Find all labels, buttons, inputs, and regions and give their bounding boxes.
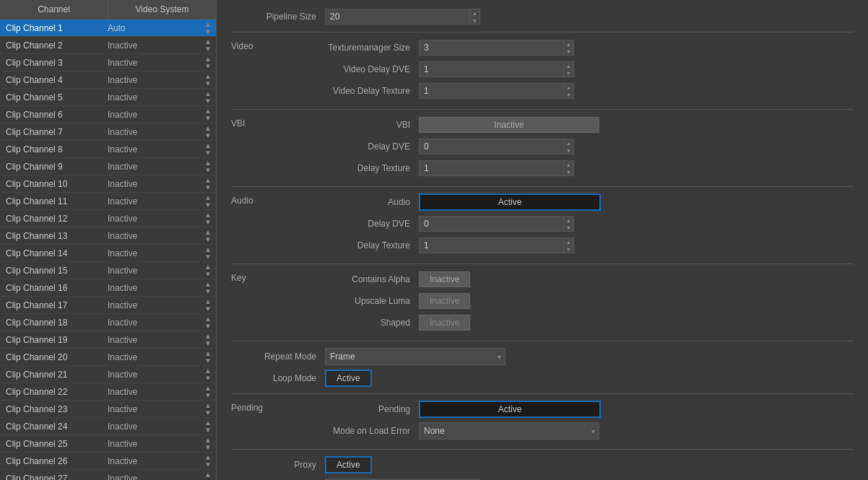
- loop-mode-button[interactable]: Active: [325, 370, 372, 387]
- channel-spinner[interactable]: ▲▼: [203, 281, 213, 295]
- channel-spinner[interactable]: ▲▼: [203, 471, 213, 481]
- vbi-delay-dve-input[interactable]: [419, 139, 563, 154]
- channel-spinner[interactable]: ▲▼: [203, 385, 213, 399]
- channel-row[interactable]: Clip Channel 2Inactive▲▼: [0, 37, 216, 54]
- channel-row[interactable]: Clip Channel 9Inactive▲▼: [0, 158, 216, 175]
- channel-spinner[interactable]: ▲▼: [203, 108, 213, 122]
- pending-toggle-button[interactable]: Active: [419, 401, 601, 418]
- channel-row[interactable]: Clip Channel 15Inactive▲▼: [0, 262, 216, 279]
- channel-row[interactable]: Clip Channel 25Inactive▲▼: [0, 435, 216, 453]
- channel-spinner[interactable]: ▲▼: [203, 246, 213, 261]
- channel-spinner[interactable]: ▲▼: [203, 21, 213, 35]
- channel-row[interactable]: Clip Channel 11Inactive▲▼: [0, 193, 216, 210]
- channel-spinner[interactable]: ▲▼: [203, 125, 213, 139]
- mode-on-load-error-select-wrap: None Stop Loop: [419, 422, 599, 440]
- channel-status-text: Inactive: [108, 439, 137, 449]
- vbi-delay-dve-up[interactable]: ▲: [564, 139, 573, 147]
- channel-row[interactable]: Clip Channel 20Inactive▲▼: [0, 349, 216, 366]
- channel-spinner[interactable]: ▲▼: [203, 315, 213, 330]
- channel-row[interactable]: Clip Channel 7Inactive▲▼: [0, 123, 216, 141]
- audio-delay-dve-down[interactable]: ▼: [564, 224, 573, 231]
- channel-row[interactable]: Clip Channel 22Inactive▲▼: [0, 383, 216, 401]
- channel-spinner[interactable]: ▲▼: [203, 211, 213, 226]
- channel-spinner[interactable]: ▲▼: [203, 333, 213, 347]
- channel-spinner[interactable]: ▲▼: [203, 90, 213, 105]
- channel-spinner[interactable]: ▲▼: [203, 454, 213, 468]
- channel-status: Inactive▲▼: [105, 350, 216, 365]
- contains-alpha-button[interactable]: Inactive: [419, 271, 470, 287]
- channel-status: Inactive▲▼: [105, 160, 216, 174]
- channel-spinner[interactable]: ▲▼: [203, 38, 213, 53]
- vbi-toggle-button[interactable]: Inactive: [419, 117, 599, 133]
- channel-spinner[interactable]: ▲▼: [203, 419, 213, 434]
- upscale-luma-label: Upscale Luma: [325, 296, 419, 306]
- mode-on-load-error-select[interactable]: None Stop Loop: [419, 422, 599, 440]
- channel-row[interactable]: Clip Channel 1Auto▲▼: [0, 19, 216, 37]
- vbi-delay-dve-spinner: ▲ ▼: [563, 139, 574, 154]
- channel-row[interactable]: Clip Channel 6Inactive▲▼: [0, 106, 216, 123]
- channel-row[interactable]: Clip Channel 5Inactive▲▼: [0, 89, 216, 106]
- channel-spinner[interactable]: ▲▼: [203, 437, 213, 451]
- audio-delay-dve-input[interactable]: [419, 216, 563, 232]
- pipeline-size-up[interactable]: ▲: [470, 9, 479, 17]
- channel-spinner[interactable]: ▲▼: [203, 350, 213, 365]
- audio-delay-texture-input[interactable]: [419, 237, 563, 253]
- channel-row[interactable]: Clip Channel 10Inactive▲▼: [0, 175, 216, 193]
- channel-spinner[interactable]: ▲▼: [203, 298, 213, 313]
- video-delay-dve-up[interactable]: ▲: [564, 62, 573, 69]
- upscale-luma-button[interactable]: Inactive: [419, 293, 470, 309]
- audio-toggle-button[interactable]: Active: [419, 193, 601, 211]
- channel-spinner[interactable]: ▲▼: [203, 56, 213, 70]
- texturemgr-input[interactable]: [419, 40, 563, 56]
- video-delay-texture-up[interactable]: ▲: [564, 84, 573, 91]
- video-delay-texture-down[interactable]: ▼: [564, 91, 573, 98]
- pipeline-size-input[interactable]: [325, 9, 469, 25]
- channel-spinner[interactable]: ▲▼: [203, 263, 213, 278]
- proxy-button[interactable]: Active: [325, 456, 372, 474]
- channel-row[interactable]: Clip Channel 17Inactive▲▼: [0, 297, 216, 314]
- channel-spinner[interactable]: ▲▼: [203, 402, 213, 416]
- channel-row[interactable]: Clip Channel 13Inactive▲▼: [0, 227, 216, 245]
- channel-spinner[interactable]: ▲▼: [203, 73, 213, 87]
- vbi-delay-texture-input[interactable]: [419, 160, 563, 176]
- vbi-delay-dve-down[interactable]: ▼: [564, 147, 573, 154]
- channel-row[interactable]: Clip Channel 26Inactive▲▼: [0, 453, 216, 470]
- channel-spinner[interactable]: ▲▼: [203, 177, 213, 191]
- channel-row[interactable]: Clip Channel 24Inactive▲▼: [0, 418, 216, 435]
- vbi-delay-texture-down[interactable]: ▼: [564, 168, 573, 175]
- texturemgr-up[interactable]: ▲: [564, 40, 573, 48]
- channel-row[interactable]: Clip Channel 3Inactive▲▼: [0, 54, 216, 71]
- channel-status: Inactive▲▼: [105, 419, 216, 434]
- vbi-fields: VBI Inactive Delay DVE ▲ ▼ Delay Texture: [325, 115, 854, 180]
- channel-spinner[interactable]: ▲▼: [203, 229, 213, 243]
- channel-row[interactable]: Clip Channel 12Inactive▲▼: [0, 210, 216, 227]
- channel-row[interactable]: Clip Channel 19Inactive▲▼: [0, 331, 216, 349]
- channel-row[interactable]: Clip Channel 8Inactive▲▼: [0, 141, 216, 158]
- video-delay-texture-input[interactable]: [419, 83, 563, 99]
- shaped-button[interactable]: Inactive: [419, 315, 470, 331]
- channel-spinner[interactable]: ▲▼: [203, 160, 213, 174]
- video-delay-dve-input[interactable]: [419, 61, 563, 77]
- channel-row[interactable]: Clip Channel 21Inactive▲▼: [0, 366, 216, 383]
- vbi-delay-texture-up[interactable]: ▲: [564, 161, 573, 168]
- repeat-mode-label: Repeat Mode: [231, 352, 325, 362]
- channel-row[interactable]: Clip Channel 18Inactive▲▼: [0, 314, 216, 331]
- proxy-row: Proxy Active: [231, 455, 854, 474]
- channel-status: Inactive▲▼: [105, 281, 216, 295]
- channel-row[interactable]: Clip Channel 14Inactive▲▼: [0, 245, 216, 262]
- texturemgr-down[interactable]: ▼: [564, 48, 573, 55]
- audio-delay-texture-down[interactable]: ▼: [564, 245, 573, 253]
- channel-spinner[interactable]: ▲▼: [203, 142, 213, 157]
- pipeline-size-down[interactable]: ▼: [470, 17, 479, 24]
- channel-row[interactable]: Clip Channel 23Inactive▲▼: [0, 401, 216, 418]
- repeat-mode-select[interactable]: Frame Field None: [325, 348, 505, 365]
- video-delay-dve-down[interactable]: ▼: [564, 69, 573, 77]
- channel-row[interactable]: Clip Channel 16Inactive▲▼: [0, 279, 216, 297]
- channel-spinner[interactable]: ▲▼: [203, 194, 213, 209]
- audio-delay-dve-up[interactable]: ▲: [564, 217, 573, 224]
- left-panel: Channel Video System Clip Channel 1Auto▲…: [0, 0, 217, 480]
- channel-spinner[interactable]: ▲▼: [203, 367, 213, 382]
- audio-delay-texture-up[interactable]: ▲: [564, 238, 573, 245]
- channel-row[interactable]: Clip Channel 27Inactive▲▼: [0, 470, 216, 480]
- channel-row[interactable]: Clip Channel 4Inactive▲▼: [0, 71, 216, 89]
